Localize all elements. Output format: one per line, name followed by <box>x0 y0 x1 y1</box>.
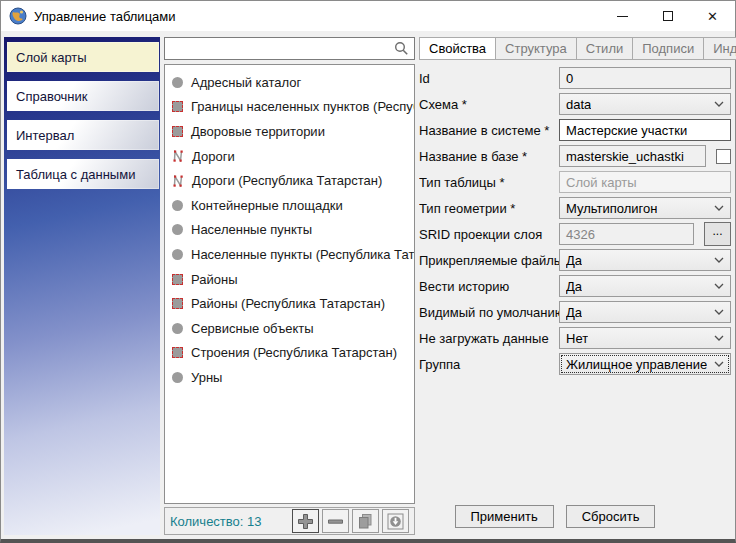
list-item-label: Адресный каталог <box>191 75 301 90</box>
field-control-area: Нет <box>559 327 731 349</box>
main-area: Слой картыСправочникИнтервалТаблица с да… <box>1 31 735 539</box>
line-geometry-icon <box>172 175 184 187</box>
maximize-icon <box>663 11 673 21</box>
list-item[interactable]: Адресный каталог <box>165 70 414 95</box>
field-control-area: Жилищное управление <box>559 353 731 375</box>
list-item[interactable]: Границы населенных пунктов (Республ <box>165 95 414 120</box>
textbox-field: 0 <box>559 67 731 89</box>
field-control-area: data <box>559 93 731 115</box>
tab-Подписи[interactable]: Подписи <box>632 37 704 60</box>
list-item[interactable]: Дворовые территории <box>165 119 414 144</box>
field-control-area: Мастерские участки <box>559 119 731 141</box>
add-button[interactable] <box>292 509 319 533</box>
remove-button[interactable] <box>322 509 349 533</box>
add-icon <box>297 513 314 530</box>
list-item-label: Дороги (Республика Татарстан) <box>192 173 382 188</box>
tab-Индекс[interactable]: Индекс <box>703 37 736 60</box>
sidebar: Слой картыСправочникИнтервалТаблица с да… <box>4 37 160 535</box>
chevron-down-icon <box>714 101 724 108</box>
chevron-down-icon <box>714 361 724 368</box>
list-item[interactable]: Районы (Республика Татарстан) <box>165 291 414 316</box>
point-geometry-icon <box>172 77 183 88</box>
list-item[interactable]: Дороги <box>165 144 414 169</box>
form-row: Видимый по умолчаниюДа <box>419 299 731 325</box>
layer-list-panel: Адресный каталогГраницы населенных пункт… <box>164 37 415 535</box>
polygon-geometry-icon <box>172 274 183 285</box>
copy-button[interactable] <box>352 509 379 533</box>
maximize-button[interactable] <box>645 1 690 31</box>
list-item-label: Контейнерные площадки <box>191 198 343 213</box>
sidebar-item-4[interactable]: Таблица с данными <box>7 159 159 189</box>
list-item-label: Районы (Республика Татарстан) <box>191 296 385 311</box>
ellipsis-button[interactable]: ... <box>704 222 731 246</box>
list-item-label: Урны <box>191 370 222 385</box>
form-row: Прикрепляемые файлыДа <box>419 247 731 273</box>
field-control-area: Да <box>559 275 731 297</box>
list-item-label: Населенные пункты (Республика Татар <box>191 247 414 262</box>
combobox-field[interactable]: Да <box>559 301 731 323</box>
count-label: Количество: 13 <box>170 514 289 529</box>
import-button[interactable] <box>382 509 409 533</box>
combobox-value: Да <box>566 253 582 268</box>
field-label: Id <box>419 71 559 86</box>
chevron-down-icon <box>714 205 724 212</box>
titlebar: Управление таблицами ✕ <box>1 1 735 31</box>
textbox-field[interactable]: Мастерские участки <box>559 119 731 141</box>
properties-panel: СвойстваСтруктураСтилиПодписиИндекс Id0С… <box>419 37 731 535</box>
list-item[interactable]: Строения (Республика Татарстан) <box>165 341 414 366</box>
field-label: Название в системе * <box>419 123 559 138</box>
point-geometry-icon <box>172 372 183 383</box>
search-icon[interactable] <box>394 41 409 56</box>
footer-buttons <box>289 509 409 533</box>
combobox-value: Нет <box>566 331 588 346</box>
point-geometry-icon <box>172 249 183 260</box>
tab-Свойства[interactable]: Свойства <box>419 37 496 60</box>
search-input[interactable] <box>165 38 394 59</box>
form-row: ГруппаЖилищное управление <box>419 351 731 377</box>
tabstrip: СвойстваСтруктураСтилиПодписиИндекс <box>419 37 731 60</box>
properties-form: Id0Схема *dataНазвание в системе *Мастер… <box>419 60 731 535</box>
field-label: Не загружать данные <box>419 331 559 346</box>
combobox-field[interactable]: Да <box>559 275 731 297</box>
remove-icon <box>327 513 344 530</box>
apply-button[interactable]: Применить <box>455 505 554 528</box>
field-control-area: Да <box>559 301 731 323</box>
field-control-area: Слой карты <box>559 171 731 193</box>
minimize-button[interactable] <box>600 1 645 31</box>
import-icon <box>387 513 404 530</box>
line-geometry-icon <box>172 150 184 162</box>
field-control-area: masterskie_uchastki <box>559 145 731 167</box>
list-item[interactable]: Урны <box>165 365 414 390</box>
form-row: Id0 <box>419 65 731 91</box>
sidebar-item-1[interactable]: Слой карты <box>7 42 159 72</box>
list-item[interactable]: Сервисные объекты <box>165 316 414 341</box>
combobox-value: Да <box>566 305 582 320</box>
list-item[interactable]: Населенные пункты (Республика Татар <box>165 242 414 267</box>
sidebar-item-2[interactable]: Справочник <box>7 81 159 111</box>
reset-button[interactable]: Сбросить <box>566 505 656 528</box>
checkbox[interactable] <box>716 149 731 164</box>
list-item-label: Населенные пункты <box>191 222 312 237</box>
form-row: Название в системе *Мастерские участки <box>419 117 731 143</box>
combobox-field[interactable]: data <box>559 93 731 115</box>
close-button[interactable]: ✕ <box>690 1 735 31</box>
list-item-label: Границы населенных пунктов (Республ <box>191 99 414 114</box>
combobox-field[interactable]: Да <box>559 249 731 271</box>
combobox-value: Мультиполигон <box>566 201 657 216</box>
list-item-label: Сервисные объекты <box>191 321 314 336</box>
combobox-field[interactable]: Нет <box>559 327 731 349</box>
tab-Структура[interactable]: Структура <box>495 37 577 60</box>
field-label: Тип геометрии * <box>419 201 559 216</box>
list-item[interactable]: Населенные пункты <box>165 218 414 243</box>
sidebar-item-3[interactable]: Интервал <box>7 120 159 150</box>
combobox-field[interactable]: Жилищное управление <box>559 353 731 375</box>
combobox-field[interactable]: Мультиполигон <box>559 197 731 219</box>
list-item[interactable]: Дороги (Республика Татарстан) <box>165 168 414 193</box>
window-title: Управление таблицами <box>34 9 600 24</box>
tab-Стили[interactable]: Стили <box>576 37 633 60</box>
polygon-geometry-icon <box>172 126 183 137</box>
list-item[interactable]: Контейнерные площадки <box>165 193 414 218</box>
list-item-label: Районы <box>191 272 237 287</box>
list-item[interactable]: Районы <box>165 267 414 292</box>
point-geometry-icon <box>172 200 183 211</box>
